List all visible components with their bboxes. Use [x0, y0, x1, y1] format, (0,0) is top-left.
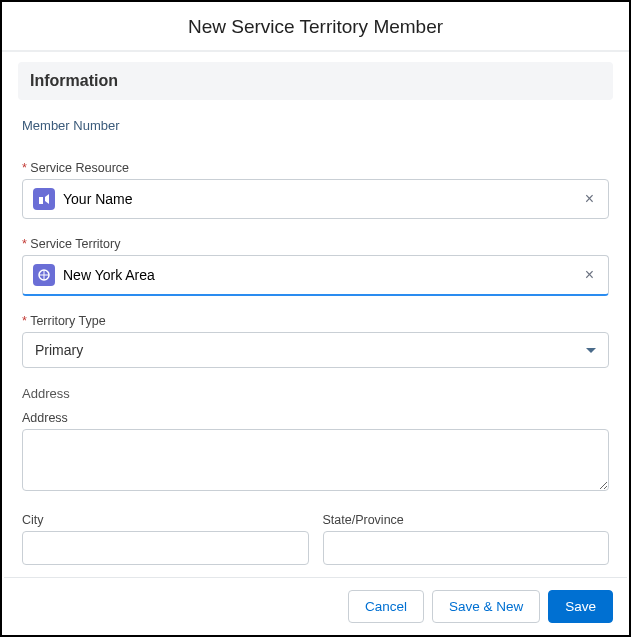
- modal-title: New Service Territory Member: [2, 16, 629, 38]
- modal-footer: Cancel Save & New Save: [4, 577, 627, 635]
- save-button[interactable]: Save: [548, 590, 613, 623]
- svg-rect-0: [39, 197, 43, 204]
- field-city: City: [22, 513, 309, 565]
- modal-header: New Service Territory Member: [2, 2, 629, 52]
- territory-type-select[interactable]: Primary: [22, 332, 609, 368]
- address-input[interactable]: [22, 429, 609, 491]
- field-state: State/Province: [323, 513, 610, 565]
- field-service-territory: Service Territory New York Area ×: [18, 237, 613, 296]
- service-resource-value: Your Name: [63, 191, 581, 207]
- state-input[interactable]: [323, 531, 610, 565]
- territory-icon: [33, 264, 55, 286]
- service-territory-lookup[interactable]: New York Area ×: [22, 255, 609, 296]
- territory-type-value: Primary: [35, 342, 83, 358]
- field-service-resource: Service Resource Your Name ×: [18, 161, 613, 219]
- clear-icon[interactable]: ×: [581, 266, 598, 284]
- service-resource-label: Service Resource: [22, 161, 609, 175]
- address-section: Address: [18, 386, 613, 401]
- member-number-label: Member Number: [18, 112, 613, 161]
- state-label: State/Province: [323, 513, 610, 527]
- section-header-information: Information: [18, 62, 613, 100]
- save-and-new-button[interactable]: Save & New: [432, 590, 540, 623]
- form-content: Information Member Number Service Resour…: [2, 52, 629, 582]
- chevron-down-icon: [586, 348, 596, 353]
- clear-icon[interactable]: ×: [581, 190, 598, 208]
- cancel-button[interactable]: Cancel: [348, 590, 424, 623]
- resource-icon: [33, 188, 55, 210]
- field-address: Address: [18, 411, 613, 495]
- service-territory-value: New York Area: [63, 267, 581, 283]
- city-input[interactable]: [22, 531, 309, 565]
- section-title: Information: [30, 72, 601, 90]
- field-territory-type: Territory Type Primary: [18, 314, 613, 368]
- address-section-label: Address: [22, 386, 609, 401]
- service-territory-label: Service Territory: [22, 237, 609, 251]
- row-city-state: City State/Province: [18, 513, 613, 565]
- city-label: City: [22, 513, 309, 527]
- territory-type-label: Territory Type: [22, 314, 609, 328]
- address-label: Address: [22, 411, 609, 425]
- service-resource-lookup[interactable]: Your Name ×: [22, 179, 609, 219]
